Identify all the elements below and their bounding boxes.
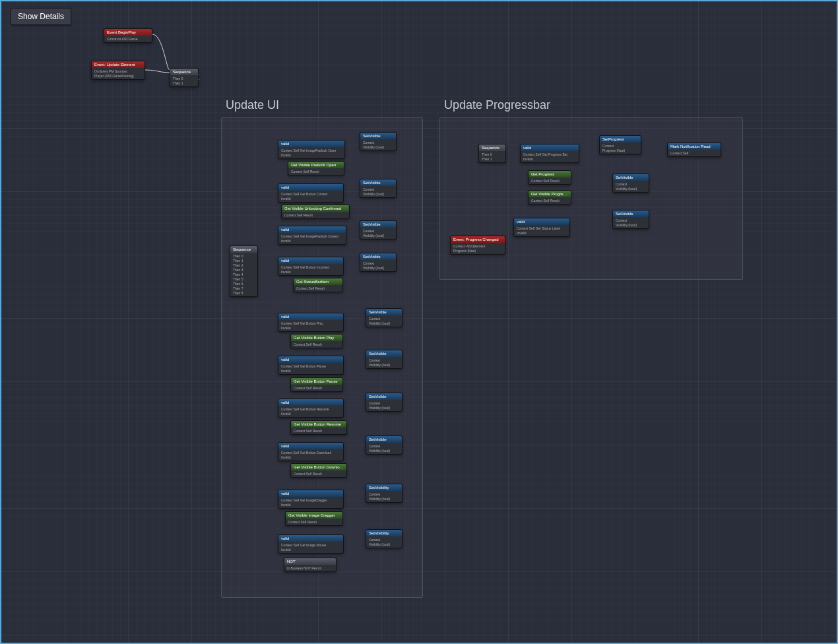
node-setvisible-9[interactable]: SetVisibility ContextVisibility (bool) [366,484,403,503]
node-get-image-dragger[interactable]: valid Context Self Get ImageDraggerInval… [278,490,344,509]
comment-title: Update UI [226,98,279,112]
node-fn-visible-play[interactable]: Get Visible Button Play Context Self Res… [290,334,343,348]
node-mark-complete[interactable]: Mark Notification Read Context Self [667,143,721,157]
node-fn-visible-progress[interactable]: Get Visible ProgressBar Context Self Res… [528,190,571,205]
node-not[interactable]: NOT In Boolean NOT Return [284,558,337,572]
node-get-button-correct[interactable]: valid Context Self Get Button CorrectInv… [278,183,344,203]
node-fn-visible-open[interactable]: Get Visible Padlock Open Context Self Re… [288,161,344,176]
node-fn-status[interactable]: Get StatusBarItem Context Self Result [293,278,343,292]
node-fn-get-progress[interactable]: Get Progress Context Self Result [528,170,571,185]
node-setvisible-4[interactable]: SetVisible ContextVisibility (bool) [360,253,397,272]
node-setvisible-3[interactable]: SetVisible ContextVisibility (bool) [360,220,397,240]
node-get-button-play[interactable]: valid Context Self Get Button PlayInvali… [278,313,344,332]
node-setprogress[interactable]: SetProgress ContextProgress (float) [599,135,641,154]
node-setvisible-6[interactable]: SetVisible ContextVisibility (bool) [366,350,403,369]
node-fn-visible-pause[interactable]: Get Visible Button Pause Context Self Re… [290,377,343,392]
node-get-padlock-closed[interactable]: valid Context Self Get ImagePadlock Clos… [278,226,346,245]
node-get-button-incorrect[interactable]: valid Context Self Get Button IncorrectI… [278,257,344,276]
node-event-update-element[interactable]: Event: Update Element On Event PM Source… [91,61,145,80]
node-fn-visible-download[interactable]: Get Visible Button Download Context Self… [290,463,347,478]
node-setvisible-2[interactable]: SetVisible ContextVisibility (bool) [360,179,397,198]
node-event-progress-changed[interactable]: Event: Progress Changed Context: ASCElem… [450,236,505,255]
node-setvisible-10[interactable]: SetVisibility ContextVisibility (bool) [366,529,403,548]
node-setvisible-8[interactable]: SetVisible ContextVisibility (bool) [366,435,403,455]
node-fn-visible-closed[interactable]: Get Visible Unlocking Confirmed Context … [281,205,350,219]
node-setvisible-1[interactable]: SetVisible ContextVisibility (bool) [360,132,397,151]
node-get-button-resume[interactable]: valid Context Self Get Button ResumeInva… [278,399,344,418]
node-get-status-label[interactable]: valid Context Self Get Status LabelInval… [513,218,570,237]
node-fn-visible-drag[interactable]: Get Visible Image Dragger Context Self R… [285,511,343,526]
node-setvisible-7[interactable]: SetVisible ContextVisibility (bool) [366,393,403,412]
node-get-progressbar[interactable]: valid Context Self Get Progress BarInval… [520,144,579,163]
node-setvisible-5[interactable]: SetVisible ContextVisibility (bool) [366,308,403,327]
node-sequence-small[interactable]: Sequence Then 0 Then 1 [170,68,199,87]
node-fn-visible-resume[interactable]: Get Visible Button Resume Context Self R… [290,420,347,435]
node-setvisible-pb[interactable]: SetVisible ContextVisibility (bool) [612,174,649,193]
show-details-button[interactable]: Show Details [11,8,71,25]
node-sequence[interactable]: Sequence Then 0 Then 1 Then 2 Then 3 The… [230,245,258,297]
node-get-button-download[interactable]: valid Context Self Get Button DownloadIn… [278,442,344,461]
comment-update-progressbar[interactable]: Update Progressbar [439,117,743,280]
node-setvisible-status[interactable]: SetVisible ContextVisibility (bool) [612,210,649,229]
node-event-beginplay[interactable]: Event BeginPlay Construct ASCGame [104,28,152,43]
node-progress-sequence[interactable]: Sequence Then 0Then 1 [478,144,506,163]
comment-title: Update Progressbar [444,98,550,112]
node-get-button-pause[interactable]: valid Context Self Get Button PauseInval… [278,356,344,375]
node-get-image-mouse[interactable]: valid Context Self Get Image MouseInvali… [278,534,344,554]
node-get-padlock-open[interactable]: valid Context Self Get ImagePadlock Open… [278,140,345,159]
